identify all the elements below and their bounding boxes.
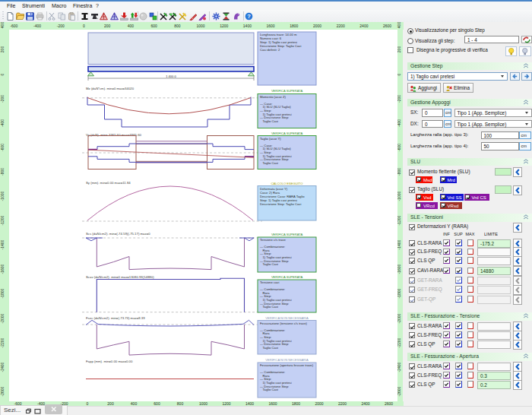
svg-text:?: ? (247, 13, 251, 20)
